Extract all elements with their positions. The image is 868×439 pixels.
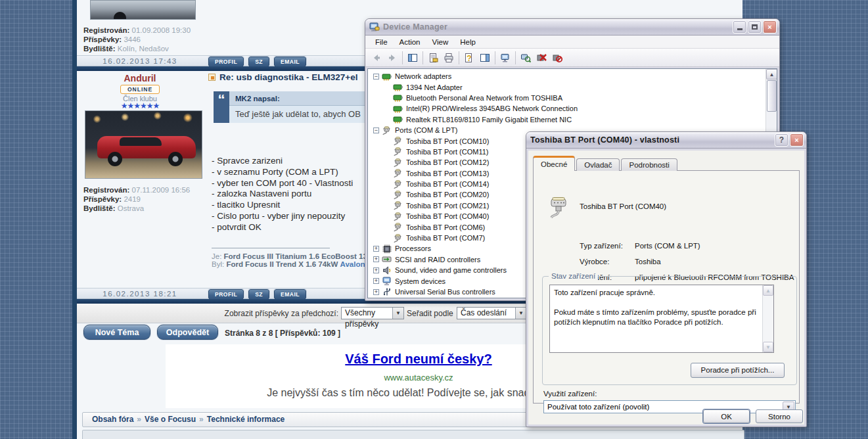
rank-stars: ★★★★★★	[77, 101, 203, 110]
signature-divider	[212, 248, 330, 248]
system-icon	[382, 276, 392, 286]
general-tab-page: Toshiba BT Port (COM40) Typ zařízení: Po…	[533, 170, 800, 404]
svg-text:?: ?	[467, 54, 471, 63]
ok-button[interactable]: OK	[703, 409, 750, 423]
print-icon[interactable]	[441, 50, 457, 66]
breadcrumb-link[interactable]: Vše o Focusu	[145, 415, 196, 424]
back-icon[interactable]	[369, 50, 384, 66]
tab-podrobnosti[interactable]: Podrobnosti	[621, 158, 677, 171]
registered-value: 01.09.2008 19:30	[132, 26, 191, 34]
sound-icon	[382, 266, 392, 275]
profil-button[interactable]: PROFIL	[208, 57, 244, 67]
menu-view[interactable]: View	[426, 37, 455, 47]
disable-device-icon[interactable]	[534, 50, 549, 66]
close-button[interactable]: ×	[763, 20, 777, 34]
properties-icon[interactable]	[425, 50, 441, 66]
uninstall-device-icon[interactable]	[549, 50, 565, 66]
expand-icon[interactable]: +	[373, 246, 379, 252]
cancel-button[interactable]: Storno	[756, 409, 803, 423]
menu-file[interactable]: File	[369, 37, 394, 47]
show-pane-icon[interactable]	[477, 50, 493, 66]
email-button[interactable]: EMAIL	[274, 289, 306, 300]
toolbar-separator	[495, 51, 495, 64]
posts-row: Příspěvky: 2419	[83, 195, 141, 203]
location-label: Bydliště:	[83, 204, 116, 212]
help-icon[interactable]: ?	[461, 50, 477, 66]
tree-item-label: Processors	[395, 244, 431, 252]
tree-item[interactable]: Bluetooth Personal Area Network from TOS…	[373, 93, 765, 103]
console-tree-icon[interactable]	[405, 50, 421, 66]
close-button[interactable]: ×	[790, 133, 804, 147]
device-status-legend: Stav zařízení	[549, 272, 598, 280]
expand-icon[interactable]: +	[373, 278, 379, 284]
menu-help[interactable]: Help	[454, 37, 482, 47]
tree-item[interactable]: Realtek RTL8169/8110 Family Gigabit Ethe…	[373, 114, 765, 125]
post-date: 16.02.2013 17:43	[77, 57, 203, 65]
posts-row: Příspěvky: 3446	[83, 35, 141, 43]
location-label: Bydliště:	[83, 45, 116, 53]
post-body-line: - v seznamu Porty (COM a LPT)	[212, 167, 353, 178]
sz-button[interactable]: SZ	[248, 57, 269, 67]
scroll-down-button[interactable]: ▼	[763, 342, 773, 352]
tab-obecné[interactable]: Obecné	[533, 156, 575, 171]
manufacturer-value: Toshiba	[635, 258, 661, 266]
sort-by-select[interactable]: Čas odeslání▼	[457, 307, 527, 319]
registered-value: 07.11.2009 16:56	[132, 186, 191, 194]
signature: Je: Ford Focus III Titanium 1.6 EcoBoost…	[212, 248, 383, 268]
display-posts-select[interactable]: Všechny příspěvky▼	[341, 307, 404, 319]
toolbar-separator	[459, 51, 459, 64]
post-author[interactable]: Anduril	[77, 73, 203, 83]
device-manager-titlebar[interactable]: Device Manager ×	[365, 19, 779, 35]
serial-port-icon	[547, 196, 570, 220]
expand-icon[interactable]: +	[373, 256, 379, 262]
expand-icon[interactable]: +	[373, 289, 379, 295]
profil-button[interactable]: PROFIL	[208, 289, 244, 300]
breadcrumb-link[interactable]: Obsah fóra	[92, 415, 133, 424]
tree-item-label: Bluetooth Personal Area Network from TOS…	[406, 94, 562, 102]
tree-item-label: Toshiba BT Port (COM21)	[406, 202, 489, 210]
sz-button[interactable]: SZ	[248, 289, 269, 300]
post-title[interactable]: Re: usb diagnostika - ELM327+el	[208, 72, 357, 82]
collapse-icon[interactable]: −	[373, 74, 379, 80]
menu-bar: FileActionViewHelp	[365, 35, 779, 49]
car-window-illustration	[120, 137, 162, 146]
menu-action[interactable]: Action	[394, 37, 426, 47]
tree-item[interactable]: 1394 Net Adapter	[373, 81, 765, 92]
minimize-button[interactable]	[733, 20, 746, 34]
port-icon	[393, 222, 403, 232]
expand-icon[interactable]: +	[373, 267, 379, 273]
dialog-titlebar[interactable]: Toshiba BT Port (COM40) - vlastnosti ? ×	[526, 132, 806, 149]
sort-by-label: Seřadit podle	[407, 309, 453, 318]
tree-item[interactable]: −Network adapters	[373, 71, 765, 81]
tree-item-label: Ports (COM & LPT)	[395, 126, 457, 134]
computer-icon[interactable]	[497, 50, 513, 66]
new-topic-button[interactable]: Nové Téma	[83, 325, 150, 340]
status-scrollbar[interactable]: ▲ ▼	[762, 285, 773, 352]
registered-row: Registrován: 07.11.2009 16:56	[83, 186, 190, 194]
window-title: Device Manager	[383, 22, 731, 32]
email-button[interactable]: EMAIL	[274, 57, 306, 67]
port-icon	[393, 190, 403, 200]
scroll-up-button[interactable]: ▲	[766, 69, 777, 80]
reply-button[interactable]: Odpovědět	[157, 325, 218, 340]
scrollbar-thumb[interactable]	[767, 80, 777, 112]
chevron-down-icon: ▼	[515, 308, 526, 319]
scan-hardware-icon[interactable]	[518, 50, 534, 66]
device-type-value: Ports (COM & LPT)	[635, 242, 700, 250]
tree-item-label: Toshiba BT Port (COM6)	[406, 223, 485, 231]
post-body-line: - Cislo portu - vyber jiny nepouzity	[212, 211, 353, 222]
collapse-icon[interactable]: −	[373, 127, 379, 133]
network-adapter-icon	[393, 82, 403, 92]
troubleshoot-button[interactable]: Poradce při potížích...	[691, 363, 785, 378]
tab-ovladač[interactable]: Ovladač	[576, 158, 620, 171]
manufacturer-label: Výrobce:	[580, 258, 609, 266]
tree-item[interactable]: Intel(R) PRO/Wireless 3945ABG Network Co…	[373, 103, 765, 114]
posts-label: Příspěvky:	[83, 195, 122, 203]
signature-link[interactable]: Avalon	[340, 260, 365, 268]
breadcrumb-link[interactable]: Technické informace	[207, 415, 285, 424]
help-button[interactable]: ?	[775, 133, 788, 147]
online-badge: ONLINE	[120, 85, 160, 94]
scroll-up-button[interactable]: ▲	[763, 285, 773, 296]
forward-icon[interactable]	[384, 50, 400, 66]
maximize-button[interactable]	[748, 20, 762, 34]
